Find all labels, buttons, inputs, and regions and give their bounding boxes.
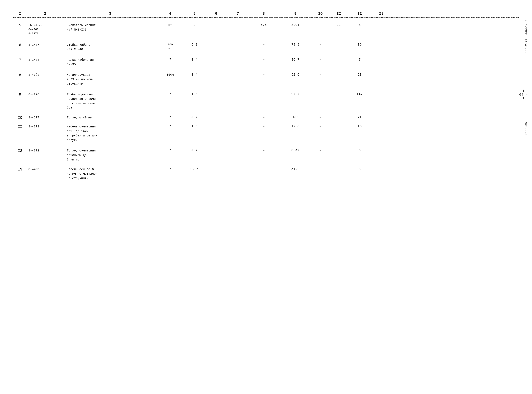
row-col12: 8 (349, 167, 370, 171)
row-num: I3 (13, 167, 27, 172)
header-col2: 2 (27, 12, 63, 16)
row-unit: " (157, 148, 183, 153)
row-code: 8-4373 (27, 124, 63, 129)
table-row: 8 8-43бI Металлорукава ø 29 мм по кон- с… (13, 69, 519, 89)
row-col12: 2I (349, 115, 370, 119)
row-col10: – (312, 167, 329, 171)
table-row: I3 8-4493 Кабель сеч.до 6 кв.мм по метал… (13, 165, 519, 183)
header-col10: IO (312, 12, 329, 16)
row-code: 8-43бI (27, 73, 63, 77)
row-col5: I,3 (183, 124, 205, 128)
row-col8: 5,5 (249, 23, 279, 27)
row-num: 7 (13, 58, 27, 62)
row-desc: То же, ø 40 мм (63, 115, 157, 120)
row-col10: – (312, 124, 329, 128)
row-col12: I47 (349, 92, 370, 96)
row-col9: >I,2 (279, 167, 312, 171)
row-desc: Полка кабельная ПК-35 (63, 58, 157, 67)
row-col9: 8,49 (279, 148, 312, 152)
side-annotation-2: 1 64 – 1 (519, 89, 528, 100)
row-code: 8-I477 (27, 43, 63, 47)
row-col12: 6 (349, 148, 370, 152)
row-col9: I6,7 (279, 58, 312, 62)
row-num: 8 (13, 73, 27, 77)
header-col13: I8 (370, 12, 392, 16)
row-code: 8-4372 (27, 148, 63, 153)
table-row: IO 8-4277 То же, ø 40 мм " 0,2 – I05 – 2… (13, 113, 519, 122)
table-body: 5 I5-04ч.I 04-I67 8-6278 Пускатель магни… (13, 18, 519, 183)
row-desc: Стойка кабель- ная СК-40 (63, 43, 157, 52)
row-num: 6 (13, 43, 27, 47)
row-col5: 0,4 (183, 58, 205, 62)
side-annotation-1: 902-2-248 Альбом 7 (525, 20, 528, 53)
row-desc: Кабель сеч.до 6 кв.мм по металло- констр… (63, 167, 157, 181)
row-col10: – (312, 148, 329, 152)
table-row: 5 I5-04ч.I 04-I67 8-6278 Пускатель магни… (13, 18, 519, 39)
row-col8: – (249, 115, 279, 119)
row-unit: " (157, 58, 183, 62)
row-col10: – (312, 73, 329, 77)
header-col9: 9 (279, 12, 312, 16)
header-col7: 7 (227, 12, 249, 16)
row-col12: I6 (349, 43, 370, 47)
header-col11: II (329, 12, 349, 16)
row-col9: 97,7 (279, 92, 312, 96)
row-col5: I,5 (183, 92, 205, 96)
row-col12: 8 (349, 23, 370, 27)
row-col5: 0,7 (183, 148, 205, 152)
row-col10: – (312, 92, 329, 96)
row-unit: " (157, 115, 183, 120)
side-annotation-3: 7396-05 (525, 122, 528, 135)
row-num: II (13, 124, 27, 129)
row-desc: То же, суммарным сечением до 6 кв.мм (63, 148, 157, 162)
row-code: 8-4276 (27, 92, 63, 97)
row-code: 8-4277 (27, 115, 63, 120)
row-col5: 0,4 (183, 73, 205, 77)
row-unit: " (157, 167, 183, 172)
header-col8: 8 (249, 12, 279, 16)
table-row: 6 8-I477 Стойка кабель- ная СК-40 100 шт… (13, 39, 519, 54)
row-unit: шт (157, 23, 183, 27)
row-col12: 7 (349, 58, 370, 62)
row-unit: 100 шт (157, 43, 183, 51)
row-unit: " (157, 124, 183, 129)
header-col1: I (13, 12, 27, 16)
table-header: I 2 3 4 5 6 7 8 9 IO II I2 I8 (13, 10, 519, 17)
row-col5: 0,2 (183, 115, 205, 119)
row-desc: Труба водогазо- проводная ø 25мм по стен… (63, 92, 157, 110)
row-num: 9 (13, 92, 27, 97)
row-desc: Кабель суммарным сеч. до 16мм2 в трубах … (63, 124, 157, 142)
row-col11: II (329, 23, 349, 27)
row-code: I5-04ч.I 04-I67 8-6278 (27, 23, 63, 36)
row-num: IO (13, 115, 27, 120)
row-col10: – (312, 58, 329, 62)
row-unit: I00м (157, 73, 183, 77)
table-row: 7 8-I484 Полка кабельная ПК-35 " 0,4 – I… (13, 54, 519, 69)
table-row: II 8-4373 Кабель суммарным сеч. до 16мм2… (13, 122, 519, 146)
table-row: I2 8-4372 То же, суммарным сечением до 6… (13, 146, 519, 165)
row-col5: 0,05 (183, 167, 205, 171)
page-container: I 2 3 4 5 6 7 8 9 IO II I2 I8 5 I5-04ч.I… (13, 10, 519, 183)
row-col5: С,2 (183, 43, 205, 47)
row-col5: 2 (183, 23, 205, 27)
row-num: I2 (13, 148, 27, 153)
header-col3: 3 (63, 12, 157, 16)
row-col12: I6 (349, 124, 370, 128)
row-num: 5 (13, 23, 27, 27)
row-desc: Металлорукава ø 29 мм по кон- струкциям (63, 73, 157, 86)
header-col4: 4 (157, 12, 183, 16)
row-col8: – (249, 43, 279, 47)
row-col9: I2,6 (279, 124, 312, 128)
row-unit: " (157, 92, 183, 97)
header-col5: 5 (183, 12, 205, 16)
row-col8: – (249, 73, 279, 77)
row-col12: 2I (349, 73, 370, 77)
row-col9: 52,6 (279, 73, 312, 77)
row-desc: Пускатель магнит- ный ПМЕ-I3I (63, 23, 157, 32)
row-col10: – (312, 115, 329, 119)
row-code: 8-4493 (27, 167, 63, 172)
row-col9: 8,9I (279, 23, 312, 27)
table-row: 9 8-4276 Труба водогазо- проводная ø 25м… (13, 89, 519, 113)
row-col10: – (312, 43, 329, 47)
row-col8: – (249, 92, 279, 96)
